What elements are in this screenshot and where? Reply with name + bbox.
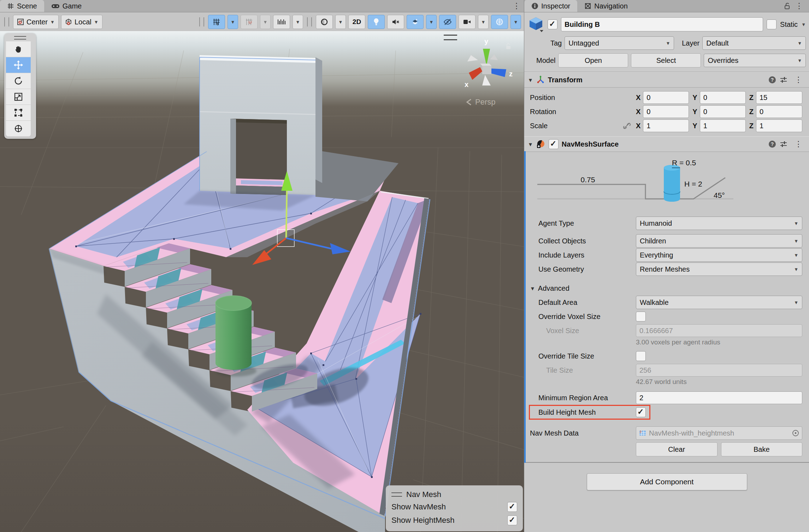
axis-labels: y x z	[465, 37, 513, 88]
build-height-mesh-checkbox[interactable]	[636, 407, 646, 417]
voxel-size-row: Voxel Size 0.1666667	[524, 324, 809, 338]
2d-toggle[interactable]: 2D	[348, 15, 365, 29]
collect-objects-dropdown[interactable]: Children▼	[636, 234, 802, 248]
bake-button[interactable]: Bake	[721, 442, 803, 456]
transform-title: Transform	[548, 76, 583, 84]
gameobject-name-field[interactable]: Building B	[561, 17, 763, 31]
audio-mute-toggle[interactable]	[387, 15, 404, 29]
help-icon[interactable]: ?	[768, 140, 776, 148]
presets-icon[interactable]	[780, 141, 787, 148]
foldout-icon[interactable]: ▼	[528, 77, 533, 83]
position-x-field[interactable]: 0	[643, 91, 689, 104]
model-select-button[interactable]: Select	[631, 53, 701, 67]
position-z-field[interactable]: 15	[756, 91, 802, 104]
scale-tool-button[interactable]	[6, 89, 31, 105]
rotation-x-field[interactable]: 0	[643, 105, 689, 118]
rotate-tool-button[interactable]	[6, 73, 31, 89]
show-heightmesh-checkbox[interactable]	[507, 515, 517, 525]
nav-mesh-data-field[interactable]: NavMesh-with_heightmesh	[636, 426, 802, 440]
orientation-gizmo[interactable]: y x z Persp	[457, 33, 518, 109]
min-region-field[interactable]: 2	[636, 391, 802, 404]
include-layers-dropdown[interactable]: Everything▼	[636, 248, 802, 262]
advanced-foldout[interactable]: ▼ Advanced	[524, 281, 809, 295]
tab-inspector[interactable]: Inspector	[524, 0, 577, 12]
add-component-button[interactable]: Add Component	[587, 473, 747, 490]
use-geometry-dropdown[interactable]: Render Meshes▼	[636, 262, 802, 276]
increment-snap-dropdown[interactable]: ▼	[293, 15, 303, 29]
tab-game[interactable]: Game	[44, 0, 89, 12]
snap-magnet-toggle[interactable]	[241, 15, 258, 29]
foldout-icon[interactable]: ▼	[528, 141, 533, 147]
component-kebab-icon[interactable]: ⋮	[791, 75, 806, 84]
default-area-dropdown[interactable]: Walkable▼	[636, 296, 802, 309]
snap-magnet-dropdown[interactable]: ▼	[260, 15, 271, 29]
toolbar-grip[interactable]	[307, 17, 312, 26]
prefab-cube-icon[interactable]	[528, 16, 544, 33]
scene-visibility-toggle[interactable]	[439, 15, 456, 29]
help-icon[interactable]: ?	[768, 76, 776, 84]
gizmo-lock-icon[interactable]	[506, 44, 510, 49]
gizmos-dropdown[interactable]: ▼	[510, 15, 521, 29]
model-open-button[interactable]: Open	[558, 53, 628, 67]
scene-3d-render[interactable]	[0, 31, 524, 532]
orientation-dropdown[interactable]: Local ▼	[61, 15, 102, 29]
static-checkbox[interactable]	[767, 19, 776, 29]
pivot-mode-dropdown[interactable]: Center ▼	[13, 15, 59, 29]
object-picker-icon[interactable]	[792, 430, 799, 437]
camera-button[interactable]	[459, 15, 476, 29]
hand-tool-button[interactable]	[6, 41, 31, 57]
overlay-drag-handle[interactable]	[444, 35, 457, 40]
presets-icon[interactable]	[780, 76, 787, 83]
gizmos-toggle[interactable]	[491, 15, 508, 29]
pivot-icon	[17, 18, 24, 25]
effects-toggle[interactable]	[407, 15, 424, 29]
gameobject-enabled-checkbox[interactable]	[548, 19, 557, 29]
tag-dropdown[interactable]: Untagged▼	[565, 36, 674, 50]
shading-mode-button[interactable]	[316, 15, 333, 29]
tab-scene[interactable]: Scene	[0, 0, 44, 12]
clear-button[interactable]: Clear	[636, 442, 718, 456]
static-dropdown-icon[interactable]: ▼	[801, 22, 806, 27]
transform-tool-icon	[13, 124, 23, 134]
increment-snap-button[interactable]	[273, 15, 290, 29]
grid-snapping-toggle[interactable]: Y	[208, 15, 225, 29]
default-area-label: Default Area	[530, 298, 636, 307]
rect-tool-button[interactable]	[6, 105, 31, 120]
hand-icon	[14, 45, 23, 54]
agent-type-dropdown[interactable]: Humanoid▼	[636, 217, 802, 230]
lock-icon[interactable]	[784, 2, 790, 10]
component-kebab-icon[interactable]: ⋮	[791, 140, 806, 149]
rotation-y-field[interactable]: 0	[700, 105, 746, 118]
shading-mode-dropdown[interactable]: ▼	[335, 15, 346, 29]
legend-drag-handle[interactable]	[391, 492, 402, 497]
toolbar-grip[interactable]	[199, 17, 204, 26]
projection-label[interactable]: Persp	[465, 97, 495, 107]
effects-dropdown[interactable]: ▼	[426, 15, 437, 29]
transform-header[interactable]: ▼ Transform ? ⋮	[524, 72, 809, 88]
navmeshsurface-enabled-checkbox[interactable]	[549, 139, 559, 149]
lighting-toggle[interactable]	[368, 15, 385, 29]
override-voxel-checkbox[interactable]	[636, 312, 646, 321]
override-tile-checkbox[interactable]	[636, 351, 646, 361]
navmeshsurface-header[interactable]: ▼ NavMeshSurface ?	[524, 136, 809, 152]
scale-z-field[interactable]: 1	[756, 119, 802, 132]
show-navmesh-checkbox[interactable]	[507, 502, 517, 512]
link-broken-icon[interactable]	[622, 122, 631, 130]
scene-viewport[interactable]: y x z Persp	[0, 31, 524, 532]
move-tool-button[interactable]	[6, 57, 31, 73]
position-y-field[interactable]: 0	[700, 91, 746, 104]
palette-drag-handle[interactable]	[6, 35, 34, 41]
toolbar-grip[interactable]	[4, 17, 9, 26]
camera-dropdown[interactable]: ▼	[478, 15, 489, 29]
scale-y-field[interactable]: 1	[700, 119, 746, 132]
tab-navigation[interactable]: Navigation	[577, 0, 635, 12]
scene-tab-kebab-icon[interactable]: ⋮	[509, 0, 524, 12]
transform-tool-button[interactable]	[6, 121, 31, 136]
overrides-dropdown[interactable]: Overrides▼	[704, 54, 806, 67]
rotation-z-field[interactable]: 0	[756, 105, 802, 118]
layer-dropdown[interactable]: Default▼	[702, 36, 806, 50]
gamepad-icon	[51, 3, 60, 9]
grid-snapping-dropdown[interactable]: ▼	[228, 15, 238, 29]
inspector-kebab-icon[interactable]: ⋮	[792, 1, 807, 11]
scale-x-field[interactable]: 1	[643, 119, 689, 132]
